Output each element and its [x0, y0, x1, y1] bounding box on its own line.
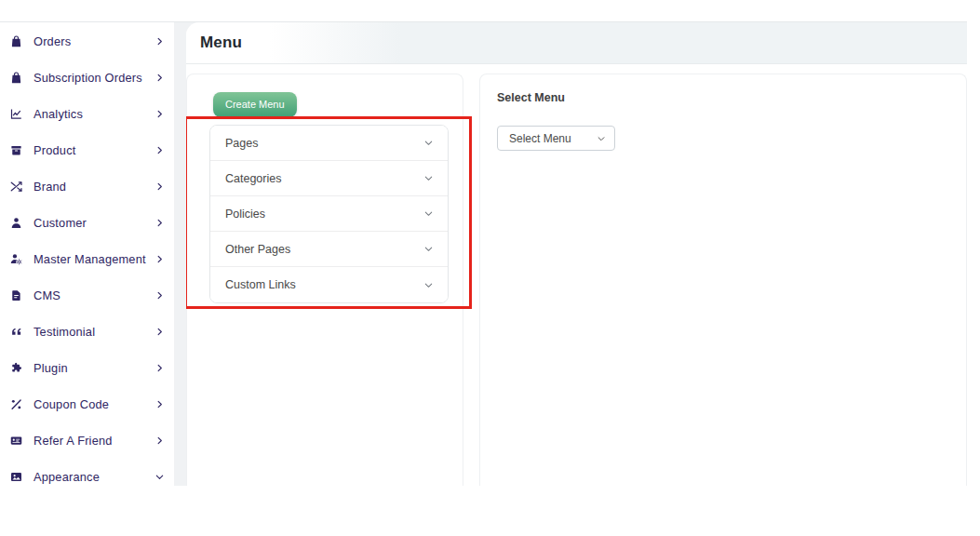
sidebar-item-label: Analytics	[34, 107, 154, 121]
chevron-right-icon	[154, 109, 165, 119]
chevron-right-icon	[154, 73, 165, 83]
sidebar-item-label: Refer A Friend	[34, 434, 154, 448]
sidebar-item-label: Brand	[34, 180, 154, 194]
accordion-item-pages[interactable]: Pages	[210, 126, 448, 161]
accordion-item-other-pages[interactable]: Other Pages	[210, 232, 448, 267]
accordion-item-label: Pages	[225, 137, 258, 150]
sidebar-item-label: Product	[34, 143, 154, 157]
menu-source-accordion: Pages Categories Policies	[209, 125, 449, 303]
chevron-right-icon	[154, 327, 165, 337]
chevron-down-icon	[423, 138, 434, 148]
chevron-right-icon	[154, 36, 165, 47]
admin-app: Orders Subscription Orders Analytics	[0, 21, 967, 486]
id-card-icon	[8, 433, 24, 449]
sidebar-item-label: Orders	[34, 34, 154, 48]
sidebar-item-label: Customer	[34, 216, 154, 230]
accordion-item-label: Other Pages	[225, 243, 290, 256]
content-area: Create Menu Pages Categories	[186, 64, 967, 486]
chevron-down-icon	[423, 280, 434, 290]
sidebar-item-product[interactable]: Product	[0, 132, 174, 168]
sidebar-item-label: Subscription Orders	[34, 71, 154, 85]
sidebar-item-label: Coupon Code	[34, 397, 154, 411]
archive-box-icon	[8, 142, 24, 158]
menu-select[interactable]: Select Menu	[497, 126, 615, 151]
main-area: Menu Create Menu Pages Categor	[186, 22, 967, 486]
chevron-right-icon	[154, 290, 165, 301]
sidebar: Orders Subscription Orders Analytics	[0, 22, 174, 486]
sidebar-item-label: Master Management	[34, 252, 154, 266]
accordion-item-custom-links[interactable]: Custom Links	[210, 267, 448, 302]
shuffle-icon	[8, 179, 24, 194]
chevron-right-icon	[154, 181, 165, 192]
image-icon	[8, 469, 24, 485]
sidebar-item-coupon-code[interactable]: Coupon Code	[0, 386, 174, 422]
chevron-right-icon	[154, 145, 165, 155]
sidebar-item-master-management[interactable]: Master Management	[0, 241, 174, 277]
sidebar-item-testimonial[interactable]: Testimonial	[0, 314, 174, 350]
chevron-down-icon	[597, 134, 606, 143]
chevron-down-icon	[154, 472, 165, 482]
select-menu-label: Select Menu	[497, 91, 966, 104]
sidebar-item-customer[interactable]: Customer	[0, 205, 174, 241]
puzzle-icon	[8, 360, 24, 376]
chevron-down-icon	[423, 208, 434, 219]
chart-line-icon	[8, 106, 24, 122]
create-menu-button[interactable]: Create Menu	[213, 92, 297, 117]
page-title-bar: Menu	[186, 22, 967, 64]
accordion-item-policies[interactable]: Policies	[210, 196, 448, 232]
sidebar-item-refer-a-friend[interactable]: Refer A Friend	[0, 422, 174, 459]
sidebar-item-label: Plugin	[34, 361, 154, 375]
percent-icon	[8, 396, 24, 412]
chevron-right-icon	[154, 218, 165, 228]
select-menu-card: Select Menu Select Menu	[479, 74, 967, 486]
sidebar-item-analytics[interactable]: Analytics	[0, 96, 174, 132]
sidebar-item-brand[interactable]: Brand	[0, 168, 174, 205]
sidebar-scrollbar[interactable]	[174, 22, 186, 486]
accordion-item-label: Categories	[225, 172, 281, 185]
main-panel: Menu Create Menu Pages Categor	[186, 22, 967, 486]
page-title: Menu	[200, 34, 242, 52]
user-icon	[8, 215, 24, 231]
sidebar-item-orders[interactable]: Orders	[0, 23, 174, 60]
chevron-right-icon	[154, 399, 165, 409]
user-gear-icon	[8, 251, 24, 267]
sidebar-item-subscription-orders[interactable]: Subscription Orders	[0, 60, 174, 96]
bag-icon	[8, 34, 24, 49]
chevron-down-icon	[423, 173, 434, 183]
sidebar-item-label: Testimonial	[34, 325, 154, 339]
sidebar-item-plugin[interactable]: Plugin	[0, 350, 174, 386]
sidebar-item-appearance[interactable]: Appearance	[0, 459, 174, 486]
chevron-down-icon	[423, 244, 434, 254]
chevron-right-icon	[154, 363, 165, 373]
sidebar-item-label: Appearance	[34, 470, 154, 484]
accordion-item-label: Policies	[225, 208, 265, 221]
sidebar-item-label: CMS	[34, 288, 154, 302]
quote-icon	[8, 324, 24, 340]
bag-icon	[8, 70, 24, 86]
menu-select-value: Select Menu	[509, 132, 571, 145]
chevron-right-icon	[154, 254, 165, 264]
sidebar-item-cms[interactable]: CMS	[0, 277, 174, 314]
document-icon	[8, 288, 24, 303]
accordion-item-categories[interactable]: Categories	[210, 161, 448, 196]
chevron-right-icon	[154, 436, 165, 446]
menu-builder-card: Create Menu Pages Categories	[186, 74, 463, 486]
accordion-item-label: Custom Links	[225, 278, 296, 291]
